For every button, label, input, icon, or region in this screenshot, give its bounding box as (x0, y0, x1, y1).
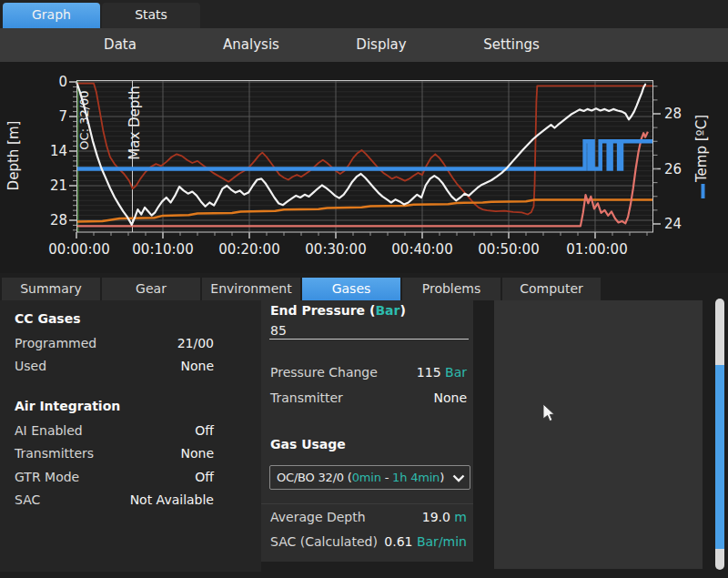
used-value: None (180, 359, 214, 375)
section-cc-gases: CC Gases (15, 311, 81, 326)
end-pressure-label-pre: End Pressure ( (270, 303, 375, 318)
programmed-label: Programmed (15, 336, 96, 352)
tab-stats[interactable]: Stats (102, 3, 200, 28)
programmed-value: 21/00 (177, 336, 214, 352)
row-pressure-change: Pressure Change 115 Bar (270, 365, 467, 381)
depth-tick-0: 0 (58, 74, 67, 90)
sac-calculated-value: 0.61 Bar/min (384, 534, 467, 551)
row-sac: SAC Not Available (15, 492, 214, 509)
pressure-change-unit: Bar (445, 365, 467, 380)
usage-divider (261, 503, 473, 504)
pressure-change-label: Pressure Change (270, 365, 378, 381)
tab-gases[interactable]: Gases (302, 278, 400, 300)
row-programmed: Programmed 21/00 (15, 336, 214, 352)
red-series-line (77, 84, 653, 215)
pressure-change-value: 115 Bar (417, 365, 467, 381)
mouse-cursor-icon (542, 403, 557, 423)
end-pressure-input[interactable]: 85 (270, 323, 287, 338)
end-pressure-label-post: ) (399, 303, 405, 318)
sac-calculated-unit: Bar/min (417, 534, 467, 549)
gases-middle-panel: End Pressure (Bar) 85 Pressure Change 11… (261, 300, 473, 562)
menu-bar: Data Analysis Display Settings (0, 28, 728, 62)
depth-axis-title: Depth [m] (5, 121, 22, 191)
average-depth-unit: m (454, 510, 467, 524)
chevron-down-icon (452, 474, 465, 482)
gases-right-panel (494, 300, 703, 569)
tab-problems[interactable]: Problems (402, 278, 500, 300)
temp-axis-title: Temp [ºC] (693, 115, 710, 183)
row-transmitters: Transmitters None (15, 446, 214, 462)
view-tab-bar: Graph Stats (0, 0, 728, 28)
ai-enabled-value: Off (195, 423, 214, 440)
menu-item-analysis[interactable]: Analysis (215, 28, 288, 62)
sac-value: Not Available (130, 492, 214, 509)
time-tick-10: 00:10:00 (132, 241, 193, 258)
gases-left-panel: CC Gases Programmed 21/00 Used None Air … (0, 300, 261, 572)
row-ai-enabled: AI Enabled Off (15, 423, 214, 440)
row-used: Used None (15, 359, 214, 375)
gas-dropdown-text: OC/BO 32/0 (0min - 1h 4min) (277, 471, 444, 484)
time-tick-30: 00:30:00 (305, 241, 366, 258)
dive-profile-svg: Depth [m] Temp [ºC] 0 7 14 21 28 24 26 2… (0, 62, 728, 273)
gas-usage-dropdown[interactable]: OC/BO 32/0 (0min - 1h 4min) (269, 465, 470, 490)
gtr-mode-label: GTR Mode (15, 470, 79, 486)
average-depth-label: Average Depth (270, 510, 366, 526)
detail-tab-bar: Summary Gear Environment Gases Problems … (0, 277, 728, 301)
used-label: Used (15, 359, 46, 375)
time-tick-60: 01:00:00 (566, 241, 627, 258)
tab-summary[interactable]: Summary (2, 278, 100, 300)
tab-environment[interactable]: Environment (202, 278, 300, 300)
transmitters-value: None (180, 446, 214, 462)
gas-usage-heading: Gas Usage (270, 437, 346, 451)
temp-tick-26: 26 (664, 161, 682, 177)
time-tick-50: 00:50:00 (478, 241, 539, 258)
temp-tick-28: 28 (664, 106, 682, 122)
depth-tick-7: 7 (58, 108, 67, 125)
sac-calculated-label: SAC (Calculated) (270, 534, 378, 551)
vertical-scrollbar[interactable] (715, 299, 724, 570)
transmitters-label: Transmitters (15, 446, 94, 462)
row-transmitter: Transmitter None (270, 390, 467, 407)
depth-tick-21: 21 (50, 177, 67, 194)
transmitter-label: Transmitter (270, 390, 343, 407)
scrollbar-thumb[interactable] (715, 365, 724, 549)
end-pressure-unit: Bar (375, 303, 399, 318)
row-sac-calculated: SAC (Calculated) 0.61 Bar/min (270, 534, 467, 551)
tab-graph[interactable]: Graph (3, 3, 100, 28)
time-tick-40: 00:40:00 (391, 241, 452, 258)
end-pressure-input-underline (269, 339, 469, 340)
menu-item-display[interactable]: Display (345, 28, 418, 62)
grid-layer (77, 81, 652, 232)
tab-gear[interactable]: Gear (102, 278, 200, 300)
time-tick-0: 00:00:00 (48, 241, 109, 258)
dive-profile-chart[interactable]: Depth [m] Temp [ºC] 0 7 14 21 28 24 26 2… (0, 62, 728, 273)
end-pressure-heading: End Pressure (Bar) (270, 303, 406, 318)
depth-series-line (76, 82, 645, 225)
average-depth-value: 19.0 m (422, 510, 467, 526)
time-tick-20: 00:20:00 (218, 241, 279, 258)
gtr-mode-value: Off (195, 470, 214, 486)
sac-label: SAC (15, 492, 40, 509)
menu-item-settings[interactable]: Settings (475, 28, 548, 62)
temp-tick-24: 24 (664, 216, 682, 232)
depth-tick-28: 28 (50, 212, 67, 228)
section-air-integration: Air Integration (15, 399, 120, 413)
ai-enabled-label: AI Enabled (15, 423, 83, 440)
detail-section: Summary Gear Environment Gases Problems … (0, 273, 728, 578)
depth-tick-14: 14 (50, 143, 67, 159)
max-depth-label: Max Depth (126, 86, 143, 159)
dive-log-app: Graph Stats Data Analysis Display Settin… (0, 0, 728, 578)
row-gtr-mode: GTR Mode Off (15, 470, 214, 486)
row-average-depth: Average Depth 19.0 m (270, 510, 467, 526)
gas-marker-label: OC: 32/00 (77, 90, 91, 149)
transmitter-value: None (433, 390, 467, 407)
tab-computer[interactable]: Computer (502, 278, 601, 300)
menu-item-data[interactable]: Data (91, 28, 149, 62)
